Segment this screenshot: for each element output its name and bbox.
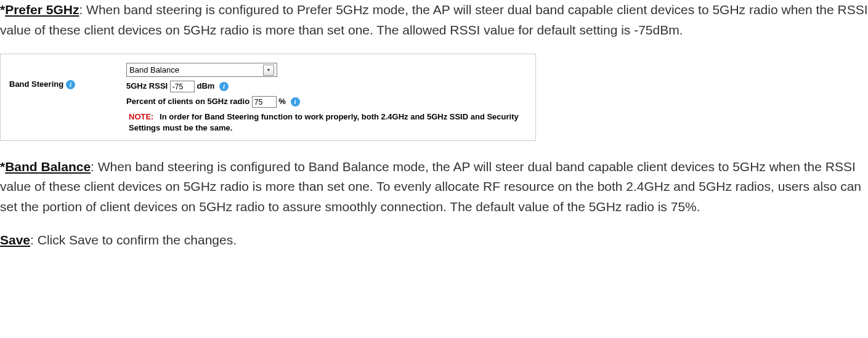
chevron-down-icon: ▾ <box>263 65 274 76</box>
note-text: In order for Band Steering function to w… <box>129 112 519 132</box>
asterisk: * <box>0 159 5 174</box>
note-row: NOTE: In order for Band Steering functio… <box>126 111 527 134</box>
mode-select-row: Band Balance ▾ <box>126 63 527 77</box>
percent-unit: % <box>278 97 286 106</box>
rssi-unit: dBm <box>197 81 214 91</box>
band-steering-mode-select[interactable]: Band Balance ▾ <box>126 63 277 77</box>
rssi-label: 5GHz RSSI <box>126 81 168 91</box>
heading-prefer-5ghz: Prefer 5GHz <box>5 2 79 17</box>
paragraph-band-balance: *Band Balance: When band steering is con… <box>0 157 868 217</box>
rssi-row: 5GHz RSSI dBm i <box>126 81 527 92</box>
heading-band-balance: Band Balance <box>5 159 91 174</box>
note-label: NOTE: <box>129 112 157 121</box>
info-icon[interactable]: i <box>66 80 75 89</box>
paragraph-prefer-5ghz: *Prefer 5GHz: When band steering is conf… <box>0 0 868 40</box>
band-steering-left-column: Band Steering i <box>9 63 126 90</box>
asterisk: * <box>0 2 5 17</box>
body-band-balance: : When band steering is configured to Ba… <box>0 159 861 214</box>
select-value-text: Band Balance <box>129 65 179 76</box>
band-steering-content: Band Balance ▾ 5GHz RSSI dBm i Percent o… <box>126 63 527 134</box>
percent-label: Percent of clients on 5GHz radio <box>126 97 249 106</box>
percent-input[interactable] <box>252 96 277 108</box>
info-icon[interactable]: i <box>291 97 300 107</box>
percent-row: Percent of clients on 5GHz radio % i <box>126 96 527 108</box>
body-save: : Click Save to confirm the changes. <box>30 233 237 247</box>
body-prefer-5ghz: : When band steering is configured to Pr… <box>0 2 868 37</box>
band-steering-label: Band Steering <box>9 79 63 90</box>
rssi-input[interactable] <box>170 81 195 92</box>
paragraph-save: Save: Click Save to confirm the changes. <box>0 230 868 251</box>
info-icon[interactable]: i <box>219 82 229 91</box>
band-steering-panel: Band Steering i Band Balance ▾ 5GHz RSSI… <box>0 54 536 141</box>
heading-save: Save <box>0 233 30 247</box>
